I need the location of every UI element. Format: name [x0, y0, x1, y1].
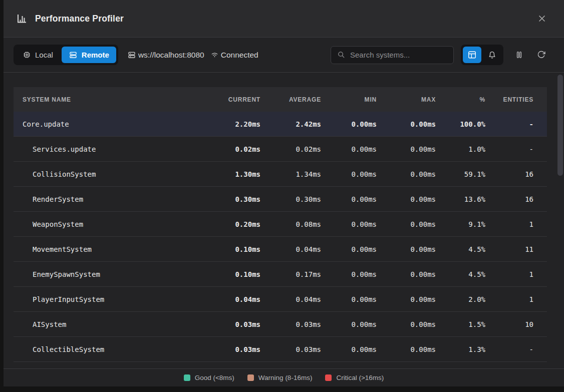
search-icon [337, 51, 346, 59]
current-cell: 0.20ms [200, 220, 260, 228]
current-cell: 0.10ms [200, 245, 260, 253]
current-cell: 0.03ms [200, 345, 260, 353]
legend-swatch [184, 374, 190, 381]
average-cell: 0.03ms [260, 320, 321, 328]
systems-table: SYSTEM NAME CURRENT AVERAGE MIN MAX % EN… [14, 87, 547, 362]
view-toggle-group [461, 45, 503, 65]
table-row[interactable]: WeaponSystem 0.20ms 0.08ms 0.00ms 0.00ms… [14, 212, 547, 237]
min-cell: 0.00ms [321, 170, 377, 178]
column-min: MIN [321, 96, 377, 103]
table-row[interactable]: RenderSystem 0.30ms 0.30ms 0.00ms 0.00ms… [14, 187, 547, 212]
max-cell: 0.00ms [377, 220, 436, 228]
percent-cell: 4.5% [436, 270, 485, 278]
max-cell: 0.00ms [377, 320, 436, 328]
system-name-cell: CollisionSystem [23, 170, 200, 178]
current-cell: 0.04ms [200, 295, 260, 303]
table-row[interactable]: CollectibleSystem 0.03ms 0.03ms 0.00ms 0… [14, 337, 547, 362]
entities-cell: - [485, 145, 533, 153]
legend-swatch [247, 374, 254, 381]
wifi-icon [210, 51, 219, 59]
min-cell: 0.00ms [321, 295, 377, 303]
current-cell: 0.02ms [200, 145, 260, 153]
max-cell: 0.00ms [377, 245, 436, 253]
bell-icon [487, 50, 497, 60]
cpu-icon [23, 51, 31, 59]
entities-cell: 10 [485, 320, 533, 328]
average-cell: 2.42ms [260, 120, 321, 128]
percent-cell: 59.1% [436, 170, 485, 178]
table-view-button[interactable] [463, 47, 481, 63]
system-name-cell: MovementSystem [23, 245, 200, 253]
system-name-cell: RenderSystem [23, 195, 200, 203]
table-row[interactable]: Services.update 0.02ms 0.02ms 0.00ms 0.0… [14, 137, 547, 162]
refresh-button[interactable] [534, 48, 547, 63]
bar-chart-icon [16, 13, 27, 24]
refresh-icon [536, 50, 546, 60]
system-name-cell: Core.update [23, 120, 200, 128]
table-row[interactable]: PlayerInputSystem 0.04ms 0.04ms 0.00ms 0… [14, 287, 547, 312]
legend-label: Warning (8-16ms) [258, 374, 313, 381]
server-icon [127, 51, 136, 60]
column-percent: % [436, 96, 485, 103]
average-cell: 0.30ms [260, 195, 321, 203]
max-cell: 0.00ms [377, 145, 436, 153]
percent-cell: 1.0% [436, 145, 485, 153]
system-name-cell: Services.update [23, 145, 200, 153]
table-layout-icon [467, 50, 477, 60]
toolbar: Local Remote [4, 38, 564, 73]
current-cell: 0.30ms [200, 195, 260, 203]
table-row[interactable]: AISystem 0.03ms 0.03ms 0.00ms 0.00ms 1.5… [14, 312, 547, 337]
local-mode-label: Local [35, 51, 53, 59]
remote-mode-button[interactable]: Remote [62, 47, 116, 63]
legend-label: Good (<8ms) [195, 374, 234, 381]
entities-cell: 1 [485, 295, 533, 303]
percent-cell: 4.5% [436, 245, 485, 253]
max-cell: 0.00ms [377, 295, 436, 303]
scrollbar-thumb[interactable] [557, 75, 563, 176]
table-row[interactable]: CollisionSystem 1.30ms 1.34ms 0.00ms 0.0… [14, 162, 547, 187]
remote-mode-label: Remote [82, 51, 109, 59]
legend-item: Warning (8-16ms) [247, 374, 313, 381]
footer: Good (<8ms) Warning (8-16ms) Critical (>… [4, 368, 564, 386]
min-cell: 0.00ms [321, 320, 377, 328]
system-name-cell: PlayerInputSystem [23, 295, 200, 303]
column-average: AVERAGE [260, 96, 321, 103]
table-row[interactable]: EnemySpawnSystem 0.10ms 0.17ms 0.00ms 0.… [14, 262, 547, 287]
min-cell: 0.00ms [321, 120, 377, 128]
pause-icon [514, 50, 524, 60]
table-body: Core.update 2.20ms 2.42ms 0.00ms 0.00ms … [14, 112, 547, 362]
min-cell: 0.00ms [321, 345, 377, 353]
system-name-cell: CollectibleSystem [23, 345, 200, 353]
alerts-button[interactable] [483, 47, 501, 63]
table-row[interactable]: MovementSystem 0.10ms 0.04ms 0.00ms 0.00… [14, 237, 547, 262]
average-cell: 0.02ms [260, 145, 321, 153]
min-cell: 0.00ms [321, 145, 377, 153]
entities-cell: 1 [485, 220, 533, 228]
entities-cell: 11 [485, 245, 533, 253]
max-cell: 0.00ms [377, 170, 436, 178]
max-cell: 0.00ms [377, 120, 436, 128]
min-cell: 0.00ms [321, 270, 377, 278]
pause-button[interactable] [512, 48, 525, 63]
local-mode-button[interactable]: Local [16, 47, 60, 63]
average-cell: 0.04ms [260, 245, 321, 253]
entities-cell: - [485, 345, 533, 353]
connection-url-label: ws://localhost:8080 [138, 51, 204, 60]
table-row[interactable]: Core.update 2.20ms 2.42ms 0.00ms 0.00ms … [14, 112, 547, 137]
close-button[interactable] [535, 12, 549, 26]
percent-cell: 1.3% [436, 345, 485, 353]
column-entities: ENTITIES [485, 96, 533, 103]
title-bar: Performance Profiler [4, 0, 564, 38]
legend-item: Good (<8ms) [184, 374, 234, 381]
connection-status-label: Connected [221, 51, 258, 60]
column-max: MAX [377, 96, 436, 103]
average-cell: 0.08ms [260, 220, 321, 228]
search-box[interactable] [331, 46, 454, 64]
mode-toggle-group: Local Remote [14, 45, 118, 65]
legend-swatch [325, 374, 332, 381]
current-cell: 2.20ms [200, 120, 260, 128]
current-cell: 1.30ms [200, 170, 260, 178]
search-input[interactable] [350, 51, 447, 59]
table-header: SYSTEM NAME CURRENT AVERAGE MIN MAX % EN… [14, 87, 547, 112]
server-icon [69, 51, 78, 60]
